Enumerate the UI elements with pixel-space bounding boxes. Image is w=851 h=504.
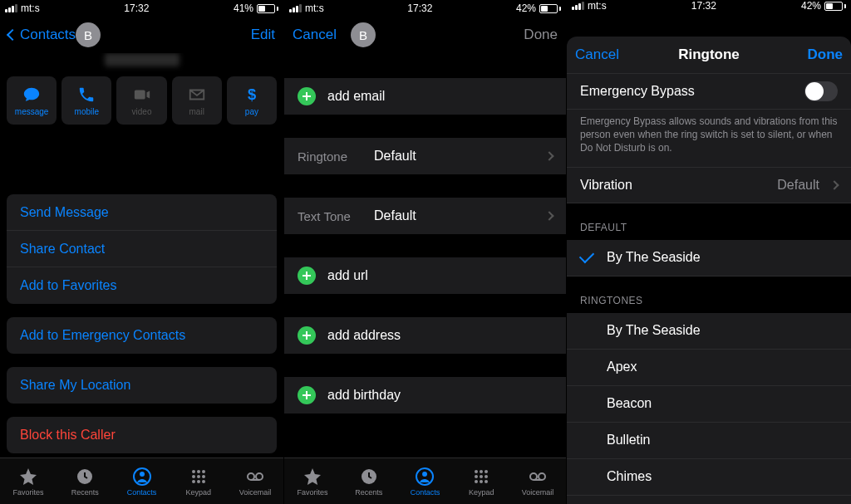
pay-button[interactable]: $ pay	[227, 76, 277, 125]
ringtone-option[interactable]: By The Seaside	[567, 313, 851, 350]
contacts-icon	[132, 467, 152, 487]
sheet-nav: Cancel Ringtone Done	[567, 37, 851, 73]
battery-icon	[824, 2, 846, 11]
done-button-disabled: Done	[499, 27, 558, 43]
svg-point-27	[485, 480, 488, 483]
signal-icon	[5, 4, 17, 12]
status-bar: mt:s 17:32 42%	[567, 0, 851, 12]
star-icon	[18, 467, 38, 487]
keypad-icon	[471, 467, 491, 487]
tab-recents[interactable]: Recents	[341, 458, 397, 504]
ringtone-option[interactable]: Beacon	[567, 386, 851, 423]
svg-point-8	[197, 475, 200, 478]
primary-actions-group: Send Message Share Contact Add to Favori…	[7, 194, 277, 304]
svg-point-23	[480, 475, 483, 478]
tab-keypad[interactable]: Keypad	[170, 458, 227, 504]
keypad-icon	[189, 467, 209, 487]
add-email-group: add email	[284, 78, 566, 115]
svg-point-20	[480, 470, 483, 473]
cancel-button[interactable]: Cancel	[293, 27, 351, 43]
star-icon	[303, 467, 322, 487]
tab-voicemail[interactable]: Voicemail	[227, 458, 283, 504]
svg-point-10	[192, 480, 195, 483]
tab-keypad[interactable]: Keypad	[453, 458, 509, 504]
carrier-text: mt:s	[588, 0, 607, 12]
cancel-button[interactable]: Cancel	[575, 46, 633, 63]
svg-point-25	[475, 480, 478, 483]
ringtone-option[interactable]: Circuit	[567, 496, 851, 504]
carrier-text: mt:s	[21, 2, 40, 14]
svg-point-3	[140, 472, 145, 477]
tab-voicemail[interactable]: Voicemail	[509, 458, 566, 504]
svg-point-21	[485, 470, 488, 473]
add-address-group: add address	[284, 317, 566, 354]
section-default: DEFAULT	[567, 203, 851, 240]
send-message-row[interactable]: Send Message	[7, 194, 277, 231]
message-button[interactable]: message	[7, 76, 57, 125]
action-row: message mobile video mail $ pay	[0, 76, 283, 133]
video-button: video	[116, 76, 166, 125]
texttone-row[interactable]: Text Tone Default	[284, 198, 566, 234]
nav-bar: Contacts B Edit	[0, 17, 283, 53]
svg-point-6	[202, 470, 205, 473]
phone-icon	[77, 86, 96, 104]
done-button[interactable]: Done	[785, 46, 843, 63]
svg-point-28	[530, 473, 537, 480]
back-label: Contacts	[20, 27, 76, 43]
avatar[interactable]: B	[76, 22, 101, 47]
add-url-row[interactable]: add url	[284, 257, 566, 294]
back-button[interactable]: Contacts	[8, 27, 76, 43]
status-bar: mt:s 17:32 42%	[284, 0, 566, 17]
svg-point-24	[485, 475, 488, 478]
tab-recents[interactable]: Recents	[57, 458, 113, 504]
clock-text: 17:32	[691, 0, 716, 12]
tab-favorites[interactable]: Favorites	[284, 458, 341, 504]
battery-icon	[257, 4, 278, 13]
svg-point-11	[197, 480, 200, 483]
share-contact-row[interactable]: Share Contact	[7, 231, 277, 267]
pane-ringtone-sheet: mt:s 17:32 42% Cancel Ringtone Done Emer…	[567, 0, 851, 504]
svg-point-13	[248, 473, 254, 480]
texttone-group: Text Tone Default	[284, 198, 566, 234]
ringtone-option[interactable]: Apex	[567, 350, 851, 386]
svg-point-9	[202, 475, 205, 478]
edit-button[interactable]: Edit	[217, 27, 275, 43]
avatar[interactable]: B	[351, 22, 376, 47]
add-birthday-group: add birthday	[284, 377, 566, 413]
video-icon	[133, 86, 151, 104]
contact-name-blurred	[105, 53, 180, 66]
add-email-row[interactable]: add email	[284, 78, 566, 115]
share-location-row[interactable]: Share My Location	[7, 367, 277, 404]
call-button[interactable]: mobile	[61, 76, 111, 125]
mail-button: mail	[172, 76, 222, 125]
chevron-right-icon	[544, 151, 553, 160]
toggle-off[interactable]	[804, 81, 838, 101]
clock-text: 17:32	[124, 2, 149, 14]
emergency-bypass-row[interactable]: Emergency Bypass	[567, 73, 851, 110]
add-favorites-row[interactable]: Add to Favorites	[7, 267, 277, 304]
vibration-row[interactable]: Vibration Default	[567, 167, 851, 203]
emergency-description: Emergency Bypass allows sounds and vibra…	[567, 110, 851, 167]
tab-contacts[interactable]: Contacts	[113, 458, 170, 504]
dollar-icon: $	[243, 86, 261, 104]
block-caller-row[interactable]: Block this Caller	[7, 417, 277, 453]
emergency-group: Add to Emergency Contacts	[7, 317, 277, 354]
battery-percent: 42%	[516, 2, 536, 14]
ringtone-option[interactable]: Chimes	[567, 459, 851, 496]
add-address-row[interactable]: add address	[284, 317, 566, 354]
plus-icon	[298, 386, 316, 404]
add-emergency-row[interactable]: Add to Emergency Contacts	[7, 317, 277, 354]
signal-icon	[572, 2, 584, 10]
battery-percent: 42%	[801, 0, 821, 12]
ringtone-option[interactable]: Bulletin	[567, 423, 851, 459]
clock-text: 17:32	[407, 2, 432, 14]
ringtone-selected-row[interactable]: By The Seaside	[567, 240, 851, 276]
add-url-group: add url	[284, 257, 566, 294]
tab-contacts[interactable]: Contacts	[397, 458, 454, 504]
pane-edit-contact: mt:s 17:32 42% Cancel B Done add email R…	[283, 0, 567, 504]
voicemail-icon	[528, 467, 548, 487]
clock-icon	[359, 467, 379, 487]
ringtone-row[interactable]: Ringtone Default	[284, 138, 566, 174]
tab-favorites[interactable]: Favorites	[0, 458, 57, 504]
add-birthday-row[interactable]: add birthday	[284, 377, 566, 413]
